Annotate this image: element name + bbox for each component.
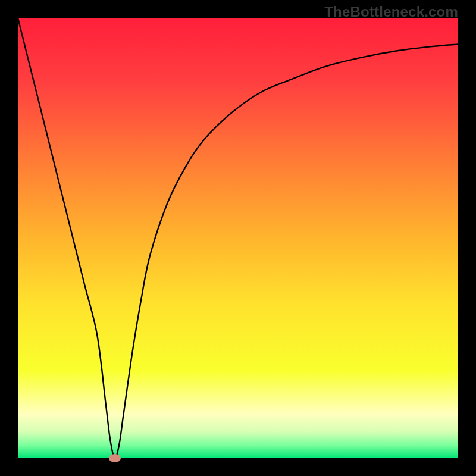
minimum-marker <box>109 454 121 462</box>
bottleneck-curve <box>18 18 458 458</box>
chart-frame: TheBottleneck.com <box>0 0 476 476</box>
plot-area <box>18 18 458 458</box>
